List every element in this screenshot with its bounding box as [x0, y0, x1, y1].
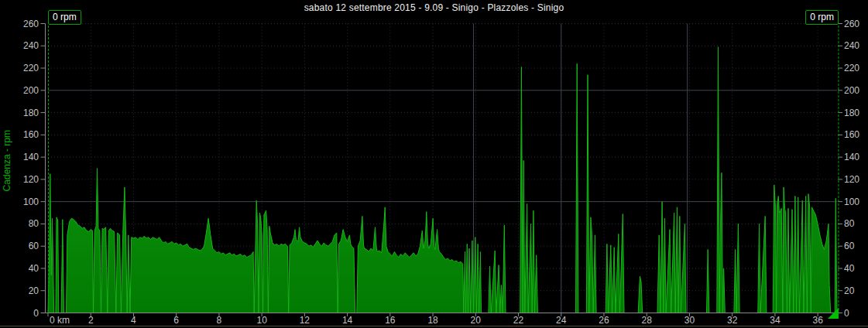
x-tick-label: 26 [599, 315, 609, 326]
x-tick-label: 4 [131, 315, 136, 326]
y-tick-label-right: 240 [844, 40, 859, 51]
y-tick-label-left: 240 [23, 40, 39, 51]
y-tick-label-right: 100 [844, 196, 859, 207]
x-tick-label: 28 [642, 315, 653, 326]
chart-window: sabato 12 settembre 2015 - 9.09 - Sinigo… [0, 0, 868, 328]
x-tick-label: 24 [556, 315, 567, 326]
y-axis-label: Cadenza - rpm [2, 130, 12, 191]
y-tick-label-right: 220 [844, 63, 859, 73]
x-tick-label: 32 [727, 315, 738, 326]
y-tick-label-right: 0 [844, 308, 849, 319]
y-tick-label-left: 80 [29, 218, 39, 229]
y-tick-label-right: 160 [844, 129, 859, 140]
x-tick-label: 30 [684, 315, 695, 326]
y-tick-label-left: 200 [23, 85, 39, 96]
y-tick-label-left: 60 [29, 241, 39, 251]
y-tick-label-left: 220 [23, 63, 39, 73]
y-tick-label-left: 140 [23, 152, 39, 162]
x-tick-label: 36 [812, 315, 823, 326]
chart-title: sabato 12 settembre 2015 - 9.09 - Sinigo… [0, 2, 868, 13]
y-tick-label-right: 120 [844, 174, 859, 185]
y-tick-label-right: 260 [844, 19, 859, 29]
x-tick-label: 8 [217, 315, 222, 326]
cursor-value-badge-left: 0 rpm [48, 10, 81, 25]
y-tick-label-left: 260 [23, 19, 39, 29]
y-tick-label-right: 80 [844, 218, 855, 229]
window-bottom-border [0, 326, 868, 326]
y-tick-label-right: 140 [844, 152, 859, 162]
y-tick-label-left: 160 [23, 129, 39, 140]
x-tick-label: 14 [342, 315, 353, 326]
y-tick-label-left: 120 [23, 174, 39, 185]
x-tick-label: 6 [173, 315, 179, 326]
y-tick-label-left: 0 [33, 308, 39, 319]
cursor-value-badge-right: 0 rpm [805, 10, 839, 25]
y-tick-label-left: 180 [23, 108, 39, 118]
y-tick-label-left: 40 [29, 263, 39, 274]
y-tick-label-left: 100 [23, 196, 39, 207]
x-tick-label: 2 [88, 315, 94, 326]
x-tick-label: 20 [471, 315, 482, 326]
x-tick-label: 22 [513, 315, 524, 326]
y-tick-label-right: 200 [844, 85, 859, 96]
y-tick-label-right: 60 [844, 241, 855, 251]
y-tick-label-left: 20 [29, 285, 39, 296]
x-tick-label: 18 [427, 315, 438, 326]
y-tick-label-right: 40 [844, 263, 855, 274]
x-tick-label: 34 [770, 315, 781, 326]
x-tick-label: 10 [256, 315, 267, 326]
x-tick-label: 12 [300, 315, 310, 326]
cadence-area-chart[interactable]: 0020204040606080801001001201201401401601… [0, 0, 868, 328]
y-tick-label-right: 20 [844, 285, 855, 296]
x-tick-label: 16 [385, 315, 396, 326]
y-tick-label-right: 180 [844, 108, 859, 118]
x-tick-label: 0 km [50, 315, 70, 326]
